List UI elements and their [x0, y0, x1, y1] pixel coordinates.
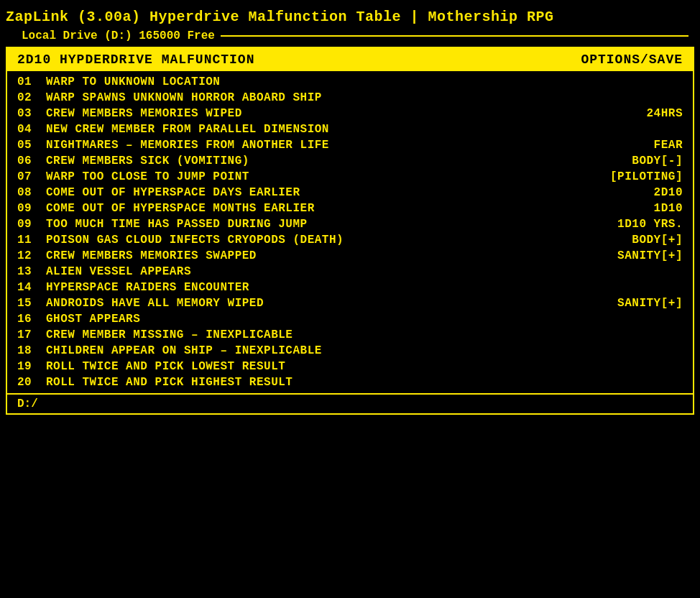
row-tag: 2D10: [597, 186, 683, 199]
drive-line: Local Drive (D:) 165000 Free: [0, 29, 700, 45]
row-description: WARP TO UNKNOWN LOCATION: [46, 75, 597, 88]
row-description: CREW MEMBERS MEMORIES SWAPPED: [46, 249, 597, 262]
row-number: 16: [17, 313, 46, 326]
row-tag: [PILOTING]: [597, 170, 683, 183]
table-row: 07WARP TOO CLOSE TO JUMP POINT[PILOTING]: [7, 169, 693, 185]
row-number: 07: [17, 170, 46, 183]
table-row: 19ROLL TWICE AND PICK LOWEST RESULT: [7, 359, 693, 374]
table-row: 03CREW MEMBERS MEMORIES WIPED24HRS: [7, 106, 693, 121]
row-number: 18: [17, 344, 46, 357]
table-row: 11POISON GAS CLOUD INFECTS CRYOPODS (DEA…: [7, 232, 693, 248]
footer-bar: D:/: [7, 393, 693, 413]
row-number: 09: [17, 218, 46, 231]
row-tag: SANITY[+]: [597, 297, 683, 310]
row-description: CREW MEMBERS SICK (VOMITING): [46, 155, 597, 167]
row-tag: 1D10: [597, 202, 683, 215]
table-row: 04NEW CREW MEMBER FROM PARALLEL DIMENSIO…: [7, 121, 693, 137]
row-number: 06: [17, 155, 46, 167]
row-description: TOO MUCH TIME HAS PASSED DURING JUMP: [46, 218, 597, 231]
row-number: 12: [17, 249, 46, 262]
row-description: CREW MEMBERS MEMORIES WIPED: [46, 107, 597, 120]
table-row: 05NIGHTMARES – MEMORIES FROM ANOTHER LIF…: [7, 137, 693, 153]
table-row: 06CREW MEMBERS SICK (VOMITING)BODY[-]: [7, 153, 693, 169]
row-description: NIGHTMARES – MEMORIES FROM ANOTHER LIFE: [46, 139, 597, 152]
row-number: 08: [17, 186, 46, 199]
table-row: 20ROLL TWICE AND PICK HIGHEST RESULT: [7, 374, 693, 390]
row-description: COME OUT OF HYPERSPACE MONTHS EARLIER: [46, 202, 597, 215]
table-row: 01WARP TO UNKNOWN LOCATION: [7, 74, 693, 90]
table-row: 18CHILDREN APPEAR ON SHIP – INEXPLICABLE: [7, 343, 693, 359]
row-description: GHOST APPEARS: [46, 313, 597, 326]
row-tag: 24HRS: [597, 107, 683, 120]
row-number: 03: [17, 107, 46, 120]
row-description: ROLL TWICE AND PICK LOWEST RESULT: [46, 360, 597, 373]
table-row: 12CREW MEMBERS MEMORIES SWAPPEDSANITY[+]: [7, 248, 693, 264]
table-row: 14HYPERSPACE RAIDERS ENCOUNTER: [7, 280, 693, 295]
main-frame: 2D10 HYPDERDRIVE MALFUNCTION OPTIONS/SAV…: [6, 47, 694, 415]
row-number: 13: [17, 265, 46, 278]
row-description: WARP TOO CLOSE TO JUMP POINT: [46, 170, 597, 183]
header-options[interactable]: OPTIONS/SAVE: [581, 52, 683, 67]
row-description: HYPERSPACE RAIDERS ENCOUNTER: [46, 281, 597, 294]
row-tag: 1D10 YRS.: [597, 218, 683, 231]
row-description: NEW CREW MEMBER FROM PARALLEL DIMENSION: [46, 123, 597, 136]
row-description: WARP SPAWNS UNKNOWN HORROR ABOARD SHIP: [46, 91, 597, 104]
table-header: 2D10 HYPDERDRIVE MALFUNCTION OPTIONS/SAV…: [7, 48, 693, 71]
row-number: 17: [17, 328, 46, 341]
row-description: ANDROIDS HAVE ALL MEMORY WIPED: [46, 297, 597, 310]
drive-text: Local Drive (D:) 165000 Free: [6, 29, 215, 42]
row-description: ALIEN VESSEL APPEARS: [46, 265, 597, 278]
row-tag: BODY[+]: [597, 234, 683, 247]
row-number: 11: [17, 234, 46, 247]
row-number: 15: [17, 297, 46, 310]
row-tag: SANITY[+]: [597, 249, 683, 262]
title-text: ZapLink (3.00a) Hyperdrive Malfunction T…: [6, 9, 554, 25]
row-number: 05: [17, 139, 46, 152]
row-description: POISON GAS CLOUD INFECTS CRYOPODS (DEATH…: [46, 234, 597, 247]
row-number: 19: [17, 360, 46, 373]
row-description: ROLL TWICE AND PICK HIGHEST RESULT: [46, 376, 597, 389]
table-row: 02WARP SPAWNS UNKNOWN HORROR ABOARD SHIP: [7, 90, 693, 106]
table-row: 15ANDROIDS HAVE ALL MEMORY WIPEDSANITY[+…: [7, 295, 693, 311]
row-number: 04: [17, 123, 46, 136]
footer-text: D:/: [17, 397, 38, 410]
header-title: 2D10 HYPDERDRIVE MALFUNCTION: [17, 52, 254, 67]
table-row: 08COME OUT OF HYPERSPACE DAYS EARLIER2D1…: [7, 185, 693, 201]
row-tag: BODY[-]: [597, 155, 683, 167]
row-number: 02: [17, 91, 46, 104]
row-number: 09: [17, 202, 46, 215]
title-bar: ZapLink (3.00a) Hyperdrive Malfunction T…: [0, 0, 700, 29]
table-row: 13ALIEN VESSEL APPEARS: [7, 264, 693, 280]
row-number: 20: [17, 376, 46, 389]
row-description: CREW MEMBER MISSING – INEXPLICABLE: [46, 328, 597, 341]
row-description: CHILDREN APPEAR ON SHIP – INEXPLICABLE: [46, 344, 597, 357]
table-row: 09COME OUT OF HYPERSPACE MONTHS EARLIER1…: [7, 201, 693, 216]
row-number: 01: [17, 75, 46, 88]
table-row: 17CREW MEMBER MISSING – INEXPLICABLE: [7, 327, 693, 343]
row-tag: FEAR: [597, 139, 683, 152]
row-number: 14: [17, 281, 46, 294]
table-row: 16GHOST APPEARS: [7, 311, 693, 327]
table-row: 09TOO MUCH TIME HAS PASSED DURING JUMP1D…: [7, 216, 693, 232]
table-body: 01WARP TO UNKNOWN LOCATION02WARP SPAWNS …: [7, 71, 693, 393]
row-description: COME OUT OF HYPERSPACE DAYS EARLIER: [46, 186, 597, 199]
drive-separator: [221, 35, 689, 37]
